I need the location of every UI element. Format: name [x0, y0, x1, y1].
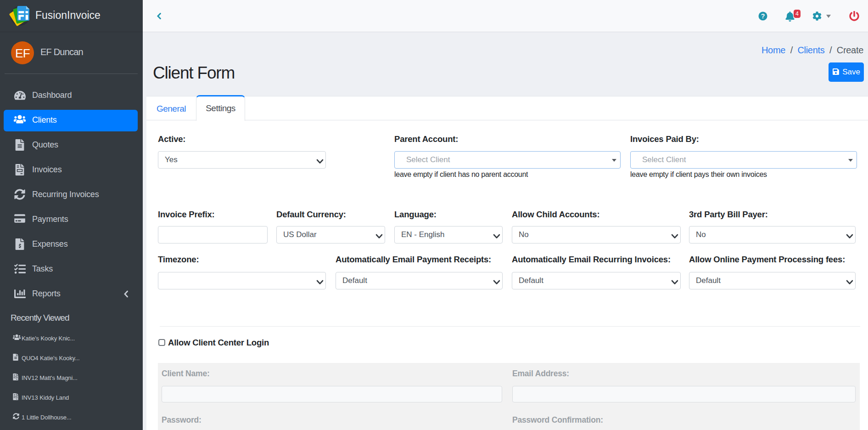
svg-text:?: ?	[761, 12, 765, 20]
